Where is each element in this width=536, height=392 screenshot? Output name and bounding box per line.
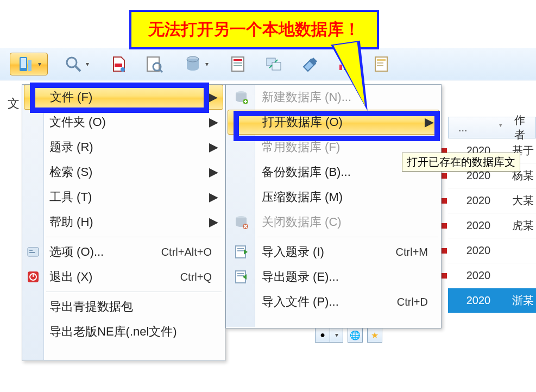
results-table: ... 作者 2020基于 2020杨某 2020大某 2020虎某 2020 …: [448, 117, 536, 313]
svg-rect-1: [21, 58, 26, 68]
panel-label: 文: [8, 96, 20, 112]
row-action-icons: ● ▾ 🌐 ★: [315, 326, 382, 344]
table-row[interactable]: 2020虎某: [448, 213, 536, 238]
svg-rect-28: [29, 252, 35, 253]
submenu-import-records[interactable]: 导入题录 (I)Ctrl+M: [226, 239, 441, 264]
svg-rect-40: [237, 273, 244, 274]
column-year[interactable]: ...: [449, 122, 509, 134]
svg-rect-12: [232, 57, 244, 71]
star-icon[interactable]: ★: [367, 327, 382, 343]
table-row[interactable]: 2020: [448, 263, 536, 288]
svg-rect-2: [28, 60, 31, 71]
file-submenu: 新建数据库 (N)... 打开数据库 (O)▶ 常用数据库 (F) 备份数据库 …: [225, 84, 442, 328]
menu-options[interactable]: 选项 (O)...Ctrl+Alt+O: [22, 239, 225, 264]
menu-export-nel[interactable]: 导出老版NE库(.nel文件): [22, 319, 225, 344]
submenu-compress-db[interactable]: 压缩数据库 (M): [226, 185, 441, 210]
tooltip-open-db: 打开已存在的数据库文: [402, 153, 520, 172]
submenu-export-records[interactable]: 导出题录 (E)...: [226, 264, 441, 289]
svg-line-9: [160, 69, 162, 72]
dropdown-icon[interactable]: ▾: [330, 327, 343, 343]
svg-point-3: [67, 58, 77, 67]
svg-rect-25: [377, 65, 383, 66]
list-button[interactable]: [225, 53, 251, 75]
svg-point-6: [121, 67, 125, 72]
export-icon: [234, 269, 249, 284]
table-row[interactable]: 2020大某: [448, 188, 536, 213]
svg-rect-37: [237, 248, 244, 249]
menu-tools[interactable]: 工具 (T)▶: [22, 185, 225, 210]
svg-rect-24: [377, 62, 383, 64]
svg-rect-41: [237, 275, 244, 276]
svg-rect-38: [237, 250, 244, 251]
database-button[interactable]: [177, 53, 215, 75]
eraser-button[interactable]: [297, 53, 323, 75]
svg-rect-22: [375, 57, 387, 71]
report-button[interactable]: [368, 53, 394, 75]
main-menu: 文件 (F)▶ 文件夹 (O)▶ 题录 (R)▶ 检索 (S)▶ 工具 (T)▶…: [22, 84, 225, 361]
svg-rect-15: [234, 65, 242, 66]
submenu-import-file[interactable]: 导入文件 (P)...Ctrl+D: [226, 289, 441, 314]
app-button[interactable]: [10, 53, 48, 75]
svg-rect-13: [234, 59, 242, 61]
table-row-selected[interactable]: 2020浙某: [448, 288, 536, 313]
menu-exit[interactable]: 退出 (X)Ctrl+Q: [22, 264, 225, 289]
submenu-open-db[interactable]: 打开数据库 (O)▶: [228, 110, 439, 135]
svg-rect-14: [234, 62, 242, 64]
menu-record[interactable]: 题录 (R)▶: [22, 135, 225, 160]
preview-button[interactable]: [141, 53, 167, 75]
menu-export-qingti[interactable]: 导出青提数据包: [22, 294, 225, 319]
options-icon: [27, 245, 40, 258]
svg-rect-5: [115, 64, 122, 67]
submenu-close-db[interactable]: 关闭数据库 (C): [226, 210, 441, 235]
menu-search[interactable]: 检索 (S)▶: [22, 160, 225, 185]
column-author[interactable]: 作者: [509, 113, 535, 142]
bullet-icon[interactable]: ●: [315, 327, 330, 343]
pdf-button[interactable]: [105, 53, 131, 75]
svg-rect-23: [377, 59, 386, 61]
svg-rect-17: [272, 62, 281, 70]
sync-button[interactable]: [261, 53, 287, 75]
svg-line-4: [75, 66, 80, 71]
annotation-callout: 无法打开另一个本地数据库！: [129, 10, 379, 49]
svg-rect-27: [29, 250, 33, 251]
menu-folder[interactable]: 文件夹 (O)▶: [22, 110, 225, 135]
submenu-new-db[interactable]: 新建数据库 (N)...: [226, 85, 441, 110]
menu-file[interactable]: 文件 (F)▶: [24, 85, 223, 110]
table-header[interactable]: ... 作者: [448, 117, 536, 138]
db-new-icon: [234, 90, 249, 105]
table-row[interactable]: 2020: [448, 238, 536, 263]
menu-help[interactable]: 帮助 (H)▶: [22, 210, 225, 235]
toolbar: [0, 48, 536, 80]
search-view-button[interactable]: [58, 53, 96, 75]
import-icon: [234, 244, 249, 260]
db-close-icon: [234, 214, 249, 230]
globe-icon[interactable]: 🌐: [348, 327, 363, 343]
power-icon: [27, 270, 40, 283]
